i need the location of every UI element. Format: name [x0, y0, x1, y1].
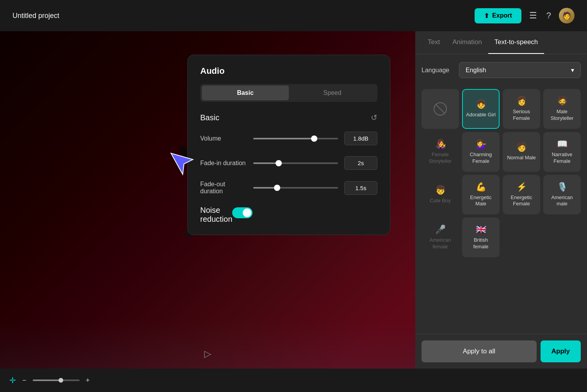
- audio-panel: Audio Basic Speed Basic ↺ Volume: [187, 55, 390, 235]
- audio-tabs: Basic Speed: [200, 84, 377, 102]
- serious-female-name: Serious Female: [507, 109, 536, 122]
- svg-line-5: [436, 105, 445, 113]
- help-icon: ?: [546, 11, 551, 20]
- left-panel: ▷ Audio Basic Speed Basic ↺: [0, 31, 415, 369]
- energetic-female-icon: ⚡: [516, 182, 527, 192]
- male-storyteller-name: Male Storyteller: [547, 109, 577, 122]
- adorable-girl-name: Adorable Girl: [466, 112, 496, 118]
- cute-boy-icon: 👦: [435, 185, 446, 195]
- voice-cell-female-storyteller[interactable]: 👩‍🎤 Female Storyteller: [422, 132, 459, 172]
- volume-slider[interactable]: [253, 138, 338, 139]
- energetic-male-icon: 💪: [476, 182, 486, 192]
- narrative-female-name: Narrative Female: [547, 151, 577, 165]
- female-storyteller-name: Female Storyteller: [425, 151, 455, 165]
- voice-cell-serious-female[interactable]: 👩 Serious Female: [503, 89, 540, 129]
- volume-control: Volume 1.8dB: [200, 132, 377, 145]
- cute-boy-name: Cute Boy: [430, 198, 450, 204]
- noise-label2: reduction: [200, 215, 232, 224]
- toggle-thumb: [243, 208, 251, 217]
- bottom-bar: ✛ − +: [0, 369, 587, 392]
- tab-animation[interactable]: Animation: [446, 31, 488, 54]
- normal-male-name: Normal Male: [507, 155, 536, 161]
- energetic-male-name: Energetic Male: [466, 194, 496, 208]
- voice-cell-no-voice[interactable]: [422, 89, 459, 129]
- fade-out-control: Fade-out duration 1.5s: [200, 181, 377, 195]
- adorable-girl-icon: 👧: [476, 99, 486, 109]
- tab-basic[interactable]: Basic: [202, 86, 289, 100]
- language-label: Language: [422, 67, 453, 74]
- american-male-name: American male: [547, 194, 577, 208]
- content-area: ▷ Audio Basic Speed Basic ↺: [0, 31, 587, 369]
- zoom-slider[interactable]: [33, 380, 80, 381]
- project-title: Untitled project: [12, 12, 59, 20]
- export-button[interactable]: ⬆ Export: [475, 8, 521, 23]
- fade-out-value: 1.5s: [344, 181, 377, 195]
- left-panel-inner: ▷ Audio Basic Speed Basic ↺: [0, 31, 415, 369]
- fade-in-value: 2s: [344, 156, 377, 170]
- tab-text[interactable]: Text: [422, 31, 446, 54]
- top-bar: Untitled project ⬆ Export ☰ ? 🧑: [0, 0, 587, 31]
- voice-grid: 👧 Adorable Girl 👩 Serious Female 🧔 Male …: [415, 86, 587, 260]
- export-label: Export: [492, 12, 512, 19]
- top-bar-right: ⬆ Export ☰ ? 🧑: [475, 8, 575, 23]
- voice-cell-normal-male[interactable]: 🧑 Normal Male: [503, 132, 540, 172]
- tab-speed[interactable]: Speed: [289, 86, 376, 100]
- british-female-icon: 🇬🇧: [476, 225, 486, 235]
- export-icon: ⬆: [484, 12, 489, 20]
- charming-female-icon: 💁‍♀️: [476, 139, 486, 149]
- tab-tts[interactable]: Text-to-speech: [488, 31, 544, 54]
- charming-female-name: Charming Female: [466, 151, 496, 165]
- voice-cell-american-male[interactable]: 🎙️ American male: [543, 175, 581, 215]
- right-panel: Text Animation Text-to-speech Language E…: [415, 31, 587, 369]
- voice-cell-energetic-male[interactable]: 💪 Energetic Male: [462, 175, 500, 215]
- noise-label: Noise: [200, 206, 232, 215]
- apply-button[interactable]: Apply: [541, 340, 581, 362]
- zoom-plus-button[interactable]: +: [86, 376, 90, 385]
- play-button-overlay[interactable]: ▷: [204, 348, 211, 359]
- app-container: Untitled project ⬆ Export ☰ ? 🧑: [0, 0, 587, 392]
- voice-cell-narrative-female[interactable]: 📖 Narrative Female: [543, 132, 581, 172]
- section-title: Basic: [200, 113, 219, 122]
- fade-out-slider[interactable]: [253, 187, 338, 189]
- voice-cell-british-female[interactable]: 🇬🇧 British female: [462, 217, 500, 257]
- voice-cell-male-storyteller[interactable]: 🧔 Male Storyteller: [543, 89, 581, 129]
- language-row: Language English ▾: [415, 54, 587, 86]
- right-content: Language English ▾: [415, 54, 587, 334]
- section-header: Basic ↺: [200, 113, 377, 122]
- menu-button[interactable]: ☰: [528, 9, 539, 22]
- top-bar-left: Untitled project: [12, 12, 59, 20]
- audio-panel-title: Audio: [200, 66, 377, 76]
- serious-female-icon: 👩: [516, 96, 527, 106]
- volume-label: Volume: [200, 135, 247, 142]
- no-voice-icon: [433, 102, 447, 116]
- voice-cell-american-female[interactable]: 🎤 American female: [422, 217, 459, 257]
- chevron-down-icon: ▾: [571, 66, 574, 74]
- voice-cell-adorable-girl[interactable]: 👧 Adorable Girl: [462, 89, 500, 129]
- american-female-name: American female: [425, 237, 455, 250]
- british-female-name: British female: [466, 237, 496, 250]
- apply-all-button[interactable]: Apply to all: [422, 340, 537, 362]
- reset-icon[interactable]: ↺: [371, 113, 377, 122]
- avatar[interactable]: 🧑: [559, 8, 575, 23]
- language-select[interactable]: English ▾: [459, 62, 581, 78]
- normal-male-icon: 🧑: [516, 142, 527, 152]
- male-storyteller-icon: 🧔: [557, 96, 567, 106]
- language-value: English: [466, 67, 486, 74]
- fade-in-slider[interactable]: [253, 162, 338, 164]
- voice-cell-cute-boy[interactable]: 👦 Cute Boy: [422, 175, 459, 215]
- noise-toggle[interactable]: [232, 207, 253, 218]
- narrative-female-icon: 📖: [557, 139, 567, 149]
- american-male-icon: 🎙️: [557, 182, 567, 192]
- fade-out-label: Fade-out duration: [200, 181, 247, 195]
- right-bottom: Apply to all Apply: [415, 334, 587, 369]
- voice-cell-energetic-female[interactable]: ⚡ Energetic Female: [503, 175, 540, 215]
- help-button[interactable]: ?: [545, 9, 553, 22]
- avatar-icon: 🧑: [562, 11, 571, 20]
- right-tabs: Text Animation Text-to-speech: [415, 31, 587, 54]
- zoom-minus-button[interactable]: −: [22, 376, 27, 385]
- noise-label-group: Noise reduction: [200, 206, 232, 224]
- voice-cell-charming-female[interactable]: 💁‍♀️ Charming Female: [462, 132, 500, 172]
- volume-value: 1.8dB: [344, 132, 377, 145]
- fade-in-label: Fade-in duration: [200, 160, 247, 167]
- energetic-female-name: Energetic Female: [507, 194, 536, 208]
